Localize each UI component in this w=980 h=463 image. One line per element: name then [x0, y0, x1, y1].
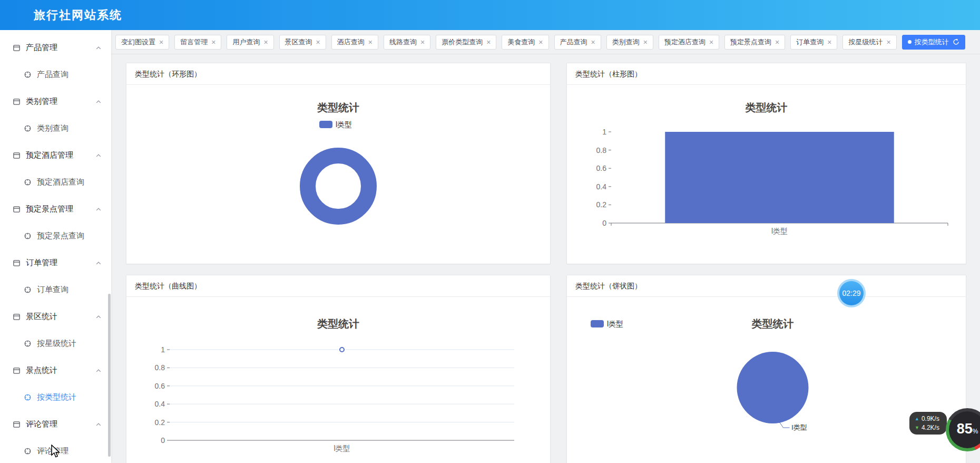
sidebar-item-g3-c0[interactable]: 预定景点查询: [0, 223, 111, 249]
tab-label: 预定景点查询: [730, 37, 771, 47]
chevron-up-icon: [95, 260, 102, 266]
compass-icon: [24, 393, 32, 401]
svg-text:类型统计: 类型统计: [317, 318, 359, 330]
app-header: 旅行社网站系统: [0, 0, 980, 30]
tab-7[interactable]: 美食查询×: [502, 35, 548, 50]
module-icon: [13, 259, 21, 267]
sidebar-group-2[interactable]: 预定酒店管理: [0, 142, 111, 169]
close-icon[interactable]: ×: [643, 38, 648, 46]
svg-text:0.2: 0.2: [596, 200, 607, 209]
close-icon[interactable]: ×: [775, 38, 779, 46]
tab-13[interactable]: 按星级统计×: [842, 35, 896, 50]
sidebar-item-g4-c0[interactable]: 订单查询: [0, 276, 111, 303]
chevron-up-icon: [95, 99, 102, 105]
chart-panel-3: 类型统计（饼状图）类型统计l类型l类型: [566, 275, 966, 463]
tab-9[interactable]: 类别查询×: [606, 35, 653, 50]
sidebar-group-0[interactable]: 产品管理: [0, 34, 111, 61]
tab-5[interactable]: 线路查询×: [384, 35, 430, 50]
chart-canvas-1: 类型统计00.20.40.60.81l类型: [567, 85, 966, 264]
close-icon[interactable]: ×: [159, 38, 163, 46]
chart-panel-0: 类型统计（环形图）类型统计l类型: [126, 63, 551, 264]
upload-speed-row: ▲ 0.9K/s: [915, 415, 939, 422]
network-speed-widget: ▲ 0.9K/s ▼ 4.2K/s: [909, 412, 947, 435]
compass-icon: [24, 71, 32, 79]
close-icon[interactable]: ×: [709, 38, 713, 46]
tab-label: 预定酒店查询: [664, 37, 705, 47]
chart-svg-pie-pie: 类型统计l类型l类型: [567, 297, 966, 463]
panel-title: 类型统计（饼状图）: [567, 275, 966, 297]
tab-1[interactable]: 留言管理×: [174, 35, 221, 50]
close-icon[interactable]: ×: [420, 38, 425, 46]
close-icon[interactable]: ×: [368, 38, 373, 46]
panel-title: 类型统计（柱形图）: [567, 63, 966, 85]
sidebar-group-label: 产品管理: [26, 43, 57, 53]
tab-6[interactable]: 票价类型查询×: [436, 35, 496, 50]
sidebar-group-label: 景点统计: [26, 365, 57, 375]
close-icon[interactable]: ×: [211, 38, 215, 46]
chart-canvas-2: 类型统计00.20.40.60.81l类型: [126, 297, 550, 463]
sidebar-group-5[interactable]: 景区统计: [0, 303, 111, 330]
close-icon[interactable]: ×: [591, 38, 595, 46]
sidebar-item-g5-c0[interactable]: 按星级统计: [0, 330, 111, 357]
tab-10[interactable]: 预定酒店查询×: [659, 35, 719, 50]
sidebar-group-7[interactable]: 评论管理: [0, 411, 111, 438]
tab-bar: 变幻图设置×留言管理×用户查询×景区查询×酒店查询×线路查询×票价类型查询×美食…: [111, 30, 980, 54]
svg-text:0.4: 0.4: [596, 182, 607, 191]
close-icon[interactable]: ×: [486, 38, 491, 46]
tab-label: 按类型统计: [915, 37, 949, 47]
sidebar-item-label: 预定景点查询: [37, 231, 84, 241]
tab-14[interactable]: 按类型统计: [902, 35, 965, 50]
sidebar-group-6[interactable]: 景点统计: [0, 357, 111, 384]
close-icon[interactable]: ×: [886, 38, 890, 46]
module-icon: [13, 366, 21, 374]
chart-svg-bar: 类型统计00.20.40.60.81l类型: [567, 85, 966, 264]
upload-speed: 0.9K/s: [922, 415, 939, 422]
close-icon[interactable]: ×: [316, 38, 320, 46]
tab-12[interactable]: 订单查询×: [790, 35, 837, 50]
module-icon: [13, 205, 21, 213]
sidebar-group-label: 订单管理: [26, 258, 57, 268]
sidebar-item-g6-c0[interactable]: 按类型统计: [0, 384, 111, 411]
battery-percent-sign: %: [973, 428, 978, 435]
tab-label: 美食查询: [507, 37, 535, 47]
sidebar-item-label: 按星级统计: [37, 339, 76, 349]
tab-label: 变幻图设置: [121, 37, 155, 47]
sidebar-group-1[interactable]: 类别管理: [0, 88, 111, 115]
sidebar-item-g1-c0[interactable]: 类别查询: [0, 115, 111, 142]
tab-8[interactable]: 产品查询×: [554, 35, 601, 50]
sidebar-group-3[interactable]: 预定景点管理: [0, 196, 111, 223]
sidebar-item-g0-c0[interactable]: 产品查询: [0, 61, 111, 88]
upload-arrow-icon: ▲: [915, 417, 919, 421]
refresh-icon[interactable]: [953, 38, 959, 45]
chevron-up-icon: [95, 152, 102, 159]
svg-text:0: 0: [161, 436, 165, 445]
tab-2[interactable]: 用户查询×: [227, 35, 273, 50]
tab-0[interactable]: 变幻图设置×: [115, 35, 169, 50]
sidebar-group-4[interactable]: 订单管理: [0, 249, 111, 276]
chart-canvas-3: 类型统计l类型l类型: [567, 297, 966, 463]
svg-text:类型统计: 类型统计: [751, 318, 794, 330]
tab-label: 产品查询: [560, 37, 587, 47]
chart-canvas-0: 类型统计l类型: [126, 85, 550, 264]
svg-text:0.8: 0.8: [596, 146, 607, 155]
compass-icon: [24, 124, 32, 132]
download-speed-row: ▼ 4.2K/s: [915, 424, 939, 431]
sidebar-item-g2-c0[interactable]: 预定酒店查询: [0, 169, 111, 196]
compass-icon: [24, 178, 32, 186]
tab-11[interactable]: 预定景点查询×: [724, 35, 785, 50]
tab-4[interactable]: 酒店查询×: [331, 35, 378, 50]
svg-text:l类型: l类型: [771, 227, 788, 235]
close-icon[interactable]: ×: [538, 38, 543, 46]
close-icon[interactable]: ×: [263, 38, 268, 46]
recording-timer-text: 02:29: [839, 281, 864, 305]
chevron-up-icon: [95, 368, 102, 374]
svg-text:0.6: 0.6: [155, 382, 165, 390]
close-icon[interactable]: ×: [827, 38, 831, 46]
chevron-up-icon: [95, 421, 102, 428]
recording-timer-badge[interactable]: 02:29: [837, 279, 866, 307]
chevron-up-icon: [95, 206, 102, 213]
sidebar-scrollbar[interactable]: [108, 294, 111, 457]
panel-title: 类型统计（曲线图）: [126, 275, 550, 297]
tab-3[interactable]: 景区查询×: [279, 35, 326, 50]
tab-label: 按星级统计: [848, 37, 883, 47]
